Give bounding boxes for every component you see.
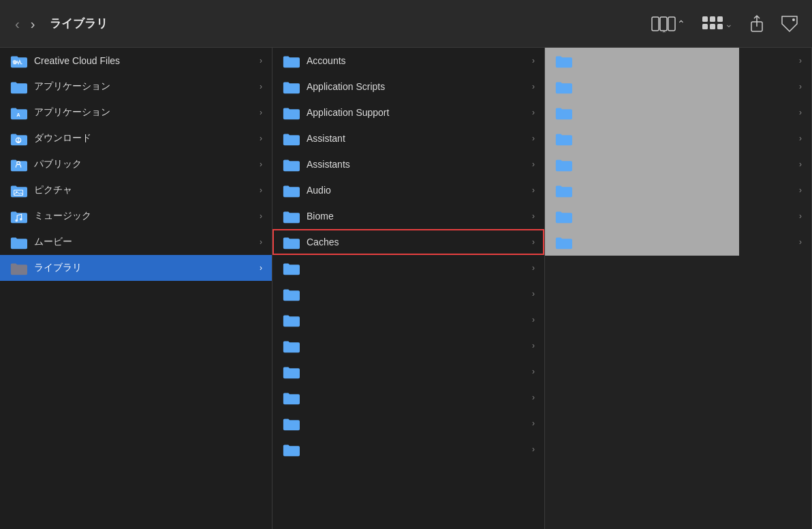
list-item-audio[interactable]: Audio › (272, 177, 544, 203)
item-label: ムービー (34, 236, 257, 248)
list-item[interactable]: ピクチャ › (0, 177, 272, 203)
tag-icon (781, 15, 798, 33)
app-window: ‹ › ライブラリ ⌃ ⌃ (0, 0, 812, 529)
list-item-assistant[interactable]: Assistant › (272, 125, 544, 151)
svg-rect-1 (660, 17, 667, 31)
svg-rect-9 (717, 24, 723, 29)
item-label: Assistant (307, 133, 529, 144)
column-3: › › › › › › › › (545, 48, 812, 529)
list-item[interactable]: ダウンロード › (0, 125, 272, 151)
folder-icon (282, 260, 300, 275)
folder-icon (282, 131, 300, 146)
chevron-icon: › (532, 108, 535, 117)
svg-rect-4 (702, 16, 708, 22)
list-item[interactable]: › (272, 255, 544, 281)
list-item[interactable]: › (272, 436, 544, 462)
list-item[interactable]: › (272, 384, 544, 410)
chevron-icon: › (260, 211, 262, 221)
toolbar: ‹ › ライブラリ ⌃ ⌃ (0, 0, 812, 48)
folder-icon (282, 183, 300, 198)
column-1: Creative Cloud Files › アプリケーション › A (0, 48, 272, 529)
chevron-icon: › (532, 444, 535, 454)
chevron-icon: › (532, 56, 535, 65)
chevron-icon: › (260, 134, 262, 143)
svg-text:A: A (16, 112, 20, 118)
list-item-app-support[interactable]: Application Support › (272, 100, 544, 125)
grid-view-button[interactable]: ⌄ (699, 12, 736, 35)
svg-text:⌃: ⌃ (661, 30, 667, 33)
folder-icon (10, 183, 27, 198)
chevron-icon: › (532, 134, 535, 143)
list-item-accounts[interactable]: Accounts › (272, 48, 544, 74)
main-content: Creative Cloud Files › アプリケーション › A (0, 48, 812, 529)
svg-point-11 (792, 18, 795, 21)
list-item-library[interactable]: ライブラリ › (0, 255, 272, 281)
folder-icon (282, 53, 300, 68)
list-item-app-scripts[interactable]: Application Scripts › (272, 74, 544, 100)
chevron-icon: › (532, 82, 535, 91)
svg-rect-0 (652, 17, 659, 31)
chevron-icon: › (532, 367, 535, 376)
folder-icon (10, 235, 27, 250)
list-item-caches[interactable]: Caches › (272, 229, 544, 255)
list-item[interactable]: パブリック › (0, 151, 272, 177)
folder-icon (10, 131, 27, 146)
folder-icon (282, 442, 300, 457)
folder-icon (10, 79, 27, 94)
chevron-icon: › (260, 263, 262, 273)
chevron-icon: › (260, 237, 262, 247)
item-label: Audio (307, 185, 529, 196)
chevron-icon: › (532, 185, 535, 195)
chevron-icon: › (532, 263, 535, 273)
view-columns-button[interactable]: ⌃ ⌃ (649, 12, 688, 35)
list-item[interactable]: › (272, 281, 544, 307)
list-item-biome[interactable]: Biome › (272, 203, 544, 229)
item-label: ライブラリ (34, 262, 257, 274)
col3-folder-row (545, 74, 574, 100)
chevron-icon: › (260, 82, 262, 91)
folder-icon (282, 286, 300, 301)
list-item[interactable]: アプリケーション › (0, 74, 272, 100)
library-folder-icon (10, 260, 27, 275)
col3-folder-row (545, 203, 574, 229)
nav-buttons: ‹ › (11, 14, 39, 33)
folder-icon (282, 364, 300, 379)
list-item[interactable]: A アプリケーション › (0, 100, 272, 125)
folder-icon: A (10, 105, 27, 120)
folder-icon (10, 157, 27, 172)
chevron-icon: › (532, 237, 535, 247)
list-item[interactable]: › (272, 307, 544, 333)
share-button[interactable] (747, 12, 767, 35)
list-item[interactable]: › (272, 359, 544, 384)
svg-point-17 (15, 220, 18, 222)
item-label: Caches (307, 237, 529, 247)
item-label: Creative Cloud Files (34, 55, 257, 66)
page-title: ライブラリ (50, 16, 643, 31)
chevron-icon: › (260, 160, 262, 169)
svg-rect-7 (702, 24, 708, 29)
grid-view-icon (702, 15, 723, 33)
folder-icon (282, 209, 300, 224)
folder-icon (10, 209, 27, 224)
folder-icon (282, 157, 300, 172)
chevron-icon: › (532, 419, 535, 428)
chevron-icon: › (532, 315, 535, 324)
forward-button[interactable]: › (27, 14, 40, 33)
list-item[interactable]: ミュージック › (0, 203, 272, 229)
folder-icon (282, 79, 300, 94)
item-label: アプリケーション (34, 80, 257, 93)
back-button[interactable]: ‹ (11, 14, 24, 33)
list-item[interactable]: Creative Cloud Files › (0, 48, 272, 74)
tag-button[interactable] (778, 12, 801, 35)
item-label: Application Scripts (307, 81, 529, 92)
svg-point-18 (20, 218, 22, 221)
list-item[interactable]: ムービー › (0, 229, 272, 255)
col3-folder-row (545, 151, 574, 177)
col3-folder-row (545, 177, 574, 203)
folder-icon (282, 105, 300, 120)
list-item[interactable]: › (272, 333, 544, 359)
list-item[interactable]: › (272, 410, 544, 436)
svg-rect-5 (710, 16, 715, 22)
svg-rect-2 (668, 17, 675, 31)
list-item-assistants[interactable]: Assistants › (272, 151, 544, 177)
